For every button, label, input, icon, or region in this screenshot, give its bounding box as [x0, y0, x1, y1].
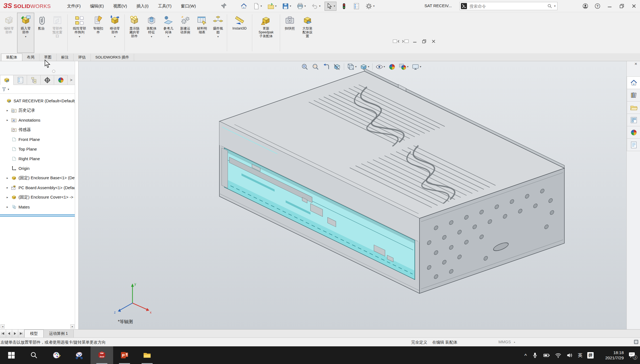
- minimize-button[interactable]: [604, 0, 616, 12]
- expand-arrow-icon[interactable]: ▸: [7, 176, 11, 180]
- previous-view-button[interactable]: [321, 62, 332, 71]
- dropdown-caret[interactable]: ▾: [290, 5, 291, 7]
- menu-item-4[interactable]: 工具(T): [158, 4, 171, 9]
- zoom-fit-button[interactable]: [299, 62, 310, 71]
- update-speedpak-button[interactable]: !更新 Speedpak 子装配体: [253, 13, 279, 53]
- tree-item[interactable]: ▸Mates: [0, 202, 75, 212]
- taskpane-home-tab[interactable]: [627, 76, 640, 89]
- status-units[interactable]: MMGS: [498, 340, 511, 344]
- tree-item[interactable]: ▸PC Board Assembly<1> (Default: [0, 183, 75, 192]
- menu-item-3[interactable]: 插入(I): [136, 4, 148, 9]
- dropdown-caret[interactable]: ▾: [373, 5, 375, 7]
- undo-button[interactable]: ▾: [310, 2, 322, 11]
- clock[interactable]: 18:18 2021/7/29: [598, 350, 624, 361]
- dropdown-caret[interactable]: ▾: [217, 35, 219, 38]
- tree-item[interactable]: Origin: [0, 164, 75, 173]
- notification-button[interactable]: 3: [628, 352, 636, 359]
- menu-item-2[interactable]: 视图(V): [113, 4, 127, 9]
- previous-window-icon[interactable]: [392, 39, 400, 44]
- previous-tab-button[interactable]: [6, 330, 12, 338]
- featuremanager-tab-tab[interactable]: [0, 75, 14, 85]
- account-button[interactable]: [579, 0, 591, 12]
- panel-splitter-handle[interactable]: [52, 70, 55, 73]
- restore-icon[interactable]: [421, 39, 428, 44]
- show-hidden-button[interactable]: 显示隐 藏的零 部件: [126, 13, 143, 53]
- filter-funnel-icon[interactable]: [2, 87, 7, 92]
- tree-item[interactable]: ▸(固定) Enclosure Base<1> (Defau: [0, 173, 75, 183]
- battery-icon[interactable]: [543, 352, 550, 359]
- filter-caret[interactable]: ▾: [8, 88, 9, 91]
- new-document-button[interactable]: ▾: [251, 2, 263, 11]
- section-view-button[interactable]: [332, 62, 342, 71]
- mate-button[interactable]: 配合: [34, 13, 49, 53]
- expand-arrow-icon[interactable]: ▸: [7, 186, 11, 189]
- tree-item[interactable]: 传感器: [0, 125, 75, 135]
- tree-item[interactable]: Right Plane: [0, 154, 75, 164]
- home-button[interactable]: [239, 2, 249, 11]
- restore-button[interactable]: [616, 0, 628, 12]
- microphone-icon[interactable]: [532, 352, 538, 359]
- help-button[interactable]: ?: [591, 0, 604, 12]
- select-cursor-button[interactable]: ▾: [325, 2, 336, 11]
- exploded-view-button[interactable]: 爆炸视 图▾: [210, 13, 226, 53]
- hide-show-items-button[interactable]: ▾: [374, 62, 387, 71]
- tree-item[interactable]: ▸AAnnotations: [0, 115, 75, 125]
- solidworks-2020-taskbar-button[interactable]: SW2020: [91, 346, 113, 364]
- snapshot-button[interactable]: 拍快照: [281, 13, 298, 53]
- apply-scene-button[interactable]: ▾: [397, 62, 410, 71]
- dropdown-caret[interactable]: ▾: [304, 5, 306, 7]
- print-button[interactable]: ▾: [295, 2, 307, 11]
- expand-arrow-icon[interactable]: ▸: [7, 118, 11, 122]
- graphics-area[interactable]: y x z *等轴测 ▾▾▾▾▾: [79, 61, 626, 329]
- paint-taskbar-button[interactable]: [45, 346, 68, 364]
- menu-item-5[interactable]: 窗口(W): [181, 4, 196, 9]
- scroll-left-button[interactable]: ◂: [1, 324, 5, 328]
- smart-fasteners-button[interactable]: 智能扣 件: [90, 13, 106, 53]
- explorer-taskbar-button[interactable]: [136, 346, 158, 364]
- dropdown-caret[interactable]: ▾: [334, 5, 335, 7]
- tab-SOLIDWORKS 插件[interactable]: SOLIDWORKS 插件: [91, 54, 134, 61]
- close-button[interactable]: [628, 0, 640, 12]
- first-tab-button[interactable]: [0, 330, 6, 338]
- options-gear-button[interactable]: ▾: [364, 2, 376, 11]
- next-tab-button[interactable]: [12, 330, 18, 338]
- view-orientation-button[interactable]: ▾: [346, 62, 358, 71]
- expand-arrow-icon[interactable]: ▸: [7, 109, 11, 112]
- start-taskbar-button[interactable]: [0, 346, 23, 364]
- xpress-tools-button[interactable]: [339, 2, 349, 11]
- search-icon[interactable]: [547, 3, 553, 9]
- tab-评估[interactable]: 评估: [74, 54, 91, 61]
- design-library-tab[interactable]: [627, 89, 640, 101]
- tree-item[interactable]: Top Plane: [0, 144, 75, 154]
- dropdown-caret[interactable]: ▾: [319, 5, 320, 7]
- volume-icon[interactable]: [566, 352, 573, 359]
- tray-expand-icon[interactable]: ^: [524, 353, 527, 359]
- dropdown-caret[interactable]: ▾: [261, 5, 262, 7]
- dropdown-caret[interactable]: ▾: [275, 5, 277, 7]
- display-style-button[interactable]: ▾: [358, 62, 371, 71]
- dropdown-caret[interactable]: ▾: [168, 35, 169, 38]
- instant3d-button[interactable]: Instant3D: [228, 13, 251, 53]
- taskbar-search-taskbar-button[interactable]: [23, 346, 45, 364]
- language-indicator[interactable]: 英: [578, 352, 583, 358]
- tab-装配体[interactable]: 装配体: [1, 53, 22, 61]
- move-component-button[interactable]: 移动零 部件▾: [106, 13, 123, 53]
- dropdown-caret[interactable]: ▾: [25, 35, 26, 38]
- task-pane-close[interactable]: ×: [634, 61, 637, 67]
- units-caret[interactable]: ▴: [514, 341, 515, 343]
- view-palette-tab[interactable]: [627, 114, 640, 126]
- open-button[interactable]: ▾: [266, 2, 278, 11]
- tree-item[interactable]: SAT RECEIVER (Default<Default_All>: [0, 96, 75, 106]
- tree-item[interactable]: ▸历史记录: [0, 106, 75, 115]
- pin-toolbar-icon[interactable]: [221, 3, 227, 9]
- file-explorer-pane-tab[interactable]: [627, 101, 640, 114]
- powerpoint-taskbar-button[interactable]: P: [113, 346, 136, 364]
- save-button[interactable]: ▾: [281, 2, 293, 11]
- zoom-area-button[interactable]: [310, 62, 321, 71]
- dropdown-caret[interactable]: ▾: [151, 35, 152, 38]
- tree-item[interactable]: ▸(固定) Enclosure Cover<1> -> (D: [0, 192, 75, 202]
- search-dropdown-caret[interactable]: ▾: [554, 5, 556, 7]
- search-input[interactable]: [469, 4, 545, 9]
- tree-filter[interactable]: ▾: [0, 85, 75, 94]
- dropdown-caret[interactable]: ▾: [368, 65, 369, 68]
